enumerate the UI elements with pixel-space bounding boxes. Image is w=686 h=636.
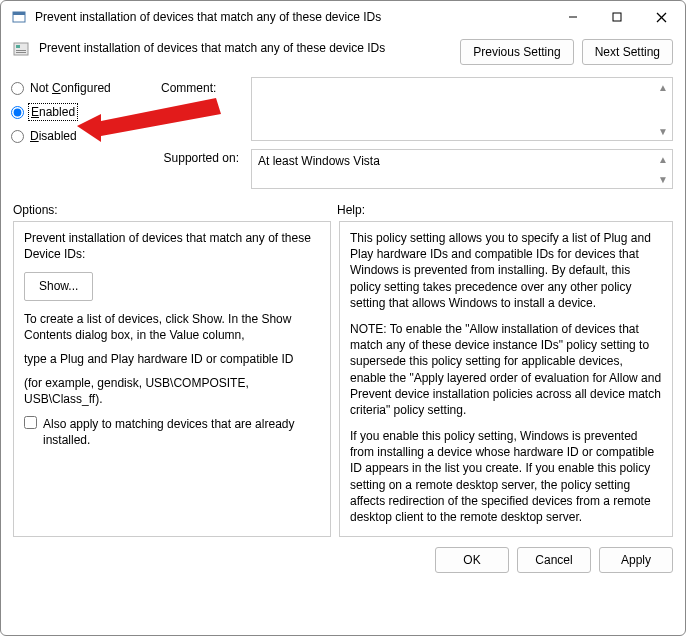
- radio-disabled-label[interactable]: Disabled: [30, 129, 77, 143]
- svg-rect-3: [613, 13, 621, 21]
- radio-not-configured[interactable]: [11, 82, 24, 95]
- show-button[interactable]: Show...: [24, 272, 93, 300]
- options-line1: To create a list of devices, click Show.…: [24, 311, 320, 343]
- header-title: Prevent installation of devices that mat…: [39, 39, 450, 55]
- app-icon: [11, 9, 27, 25]
- policy-icon: [13, 41, 29, 57]
- also-apply-label[interactable]: Also apply to matching devices that are …: [43, 416, 320, 448]
- help-label: Help:: [337, 203, 365, 217]
- options-label: Options:: [13, 203, 337, 217]
- titlebar: Prevent installation of devices that mat…: [1, 1, 685, 33]
- scroll-down-icon[interactable]: ▼: [655, 171, 671, 187]
- also-apply-checkbox[interactable]: [24, 416, 37, 429]
- options-panel: Prevent installation of devices that mat…: [13, 221, 331, 537]
- svg-rect-6: [14, 43, 28, 55]
- maximize-button[interactable]: [595, 2, 639, 32]
- options-line3: (for example, gendisk, USB\COMPOSITE, US…: [24, 375, 320, 407]
- comment-label: Comment:: [161, 77, 251, 95]
- svg-rect-7: [16, 45, 20, 48]
- ok-button[interactable]: OK: [435, 547, 509, 573]
- svg-rect-8: [16, 50, 26, 51]
- header-row: Prevent installation of devices that mat…: [1, 33, 685, 69]
- radio-enabled[interactable]: [11, 106, 24, 119]
- svg-rect-9: [16, 52, 26, 53]
- options-intro: Prevent installation of devices that mat…: [24, 230, 320, 262]
- svg-rect-1: [13, 12, 25, 15]
- help-p1: This policy setting allows you to specif…: [350, 230, 662, 311]
- cancel-button[interactable]: Cancel: [517, 547, 591, 573]
- previous-setting-button[interactable]: Previous Setting: [460, 39, 573, 65]
- supported-on-value: At least Windows Vista: [258, 154, 380, 168]
- apply-button[interactable]: Apply: [599, 547, 673, 573]
- options-line2: type a Plug and Play hardware ID or comp…: [24, 351, 320, 367]
- help-p3: If you enable this policy setting, Windo…: [350, 428, 662, 525]
- radio-not-configured-label[interactable]: Not Configured: [30, 81, 111, 95]
- help-p2: NOTE: To enable the "Allow installation …: [350, 321, 662, 418]
- help-panel[interactable]: This policy setting allows you to specif…: [339, 221, 673, 537]
- supported-label: Supported on:: [11, 143, 251, 189]
- minimize-button[interactable]: [551, 2, 595, 32]
- window-title: Prevent installation of devices that mat…: [35, 10, 551, 24]
- supported-on-field: At least Windows Vista ▲ ▼: [251, 149, 673, 189]
- comment-textarea[interactable]: ▲ ▼: [251, 77, 673, 141]
- scroll-down-icon[interactable]: ▼: [655, 123, 671, 139]
- scroll-up-icon[interactable]: ▲: [655, 151, 671, 167]
- help-p4: If you disable or do not configure this …: [350, 535, 662, 537]
- close-button[interactable]: [639, 2, 683, 32]
- state-radios: Not Configured Enabled Disabled: [11, 77, 161, 143]
- radio-disabled[interactable]: [11, 130, 24, 143]
- radio-enabled-label[interactable]: Enabled: [30, 105, 76, 119]
- dialog-footer: OK Cancel Apply: [1, 537, 685, 583]
- next-setting-button[interactable]: Next Setting: [582, 39, 673, 65]
- scroll-up-icon[interactable]: ▲: [655, 79, 671, 95]
